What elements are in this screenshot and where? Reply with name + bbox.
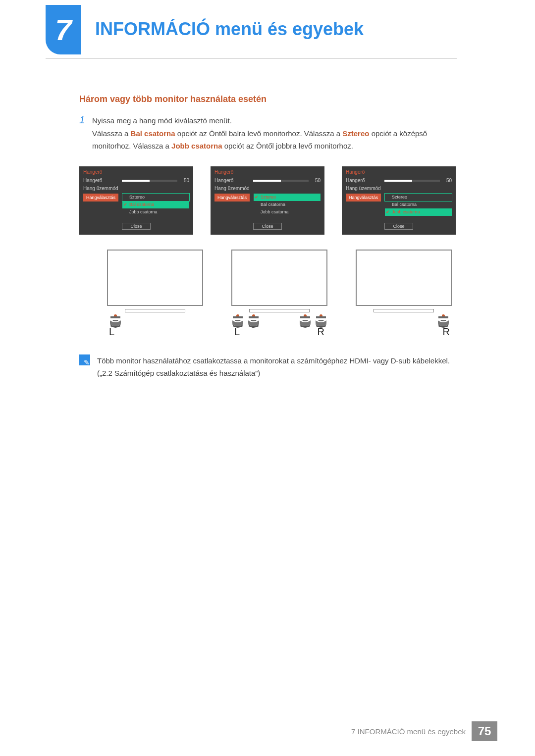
t: Válassza a: [92, 129, 131, 138]
osd-volume-value: 50: [443, 178, 452, 183]
osd-mode-label: Hang üzemmód: [346, 186, 384, 191]
osd-volume-value: 50: [180, 178, 189, 183]
osd-volume-fill: [253, 180, 281, 182]
osd-select-row: Hangválasztás Sztereo Bal csatorna Jobb …: [83, 194, 189, 216]
osd-volume-label: Hangerő: [214, 178, 253, 183]
osd-select-row: Hangválasztás Sztereo Bal csatorna Jobb …: [346, 194, 452, 216]
osd-volume-bar[interactable]: [122, 180, 177, 182]
page-number: 75: [472, 721, 497, 741]
monitor-left: [107, 250, 203, 326]
osd-close-button[interactable]: Close: [122, 223, 150, 230]
monitor-right: [356, 250, 452, 326]
em-bal: Bal csatorna: [131, 129, 175, 138]
osd-volume-bar[interactable]: [384, 180, 440, 182]
osd-volume-fill: [122, 180, 150, 182]
speaker-icon: [316, 314, 326, 326]
monitor-screen: [107, 250, 203, 306]
note: Több monitor használatához csatlakoztass…: [79, 354, 456, 380]
osd-option-sztereo[interactable]: Sztereo: [122, 194, 189, 201]
osd-option-jobb[interactable]: Jobb csatorna: [385, 208, 452, 216]
osd-volume-fill: [384, 180, 412, 182]
osd-panel-right: Hangerő Hangerő 50 Hang üzemmód Hangvála…: [342, 166, 456, 235]
speaker-icon: [110, 314, 121, 326]
osd-select-row: Hangválasztás Sztereo Bal csatorna Jobb …: [214, 194, 321, 216]
osd-title: Hangerő: [214, 169, 321, 175]
osd-volume-row: Hangerő 50: [346, 177, 452, 185]
step-text: Nyissa meg a hang mód kiválasztó menüt. …: [92, 114, 456, 152]
page-title: INFORMÁCIÓ menü és egyebek: [95, 19, 364, 40]
header-rule: [46, 58, 457, 59]
osd-volume-value: 50: [312, 178, 321, 183]
osd-mode-row: Hang üzemmód: [214, 185, 321, 193]
osd-volume-label: Hangerő: [83, 178, 122, 183]
speaker-group-right: [438, 314, 449, 326]
osd-option-bal[interactable]: Bal csatorna: [254, 201, 321, 208]
osd-close-row: Close: [346, 223, 452, 230]
monitor-screen: [356, 250, 452, 306]
speaker-icon: [232, 314, 243, 326]
osd-option-sztereo[interactable]: Sztereo: [254, 194, 321, 201]
step-number: 1: [79, 114, 92, 152]
osd-panel-center: Hangerő Hangerő 50 Hang üzemmód Hangvála…: [211, 166, 324, 235]
chapter-number: 7: [55, 13, 71, 47]
osd-select-badge: Hangválasztás: [214, 194, 250, 202]
monitor-center: [231, 250, 327, 326]
osd-close-button[interactable]: Close: [384, 223, 413, 230]
osd-close-button[interactable]: Close: [253, 223, 281, 230]
osd-row: Hangerő Hangerő 50 Hang üzemmód Hangvála…: [79, 166, 456, 235]
osd-title: Hangerő: [346, 169, 452, 175]
osd-volume-row: Hangerő 50: [83, 177, 189, 185]
label-r: R: [318, 326, 324, 338]
speaker-icon: [438, 314, 449, 326]
osd-volume-bar[interactable]: [253, 180, 309, 182]
monitor-row: [79, 250, 456, 326]
monitor-labels: L LR R: [79, 325, 456, 338]
osd-select-badge: Hangválasztás: [83, 194, 118, 202]
osd-option-jobb[interactable]: Jobb csatorna: [122, 208, 189, 216]
speaker-icon: [300, 314, 311, 326]
osd-select-badge: Hangválasztás: [346, 194, 381, 202]
osd-volume-row: Hangerő 50: [214, 177, 321, 185]
page: 7 INFORMÁCIÓ menü és egyebek Három vagy …: [0, 0, 535, 756]
content: Három vagy több monitor használata eseté…: [79, 94, 456, 380]
footer: 7 INFORMÁCIÓ menü és egyebek 75: [0, 721, 535, 741]
em-jobb: Jobb csatorna: [171, 142, 222, 150]
step-line1: Nyissa meg a hang mód kiválasztó menüt.: [92, 116, 232, 125]
osd-option-bal[interactable]: Bal csatorna: [385, 201, 452, 208]
chapter-badge: 7: [46, 5, 81, 54]
osd-volume-label: Hangerő: [346, 178, 384, 183]
label-l: L: [109, 326, 114, 338]
osd-options: Sztereo Bal csatorna Jobb csatorna: [122, 194, 189, 216]
osd-mode-label: Hang üzemmód: [214, 186, 253, 191]
label-l: L: [234, 326, 240, 338]
step-1: 1 Nyissa meg a hang mód kiválasztó menüt…: [79, 114, 456, 152]
osd-close-row: Close: [83, 223, 189, 230]
osd-mode-row: Hang üzemmód: [346, 185, 452, 193]
speaker-group-left: [110, 314, 121, 326]
monitor-screen: [231, 250, 327, 306]
t: opciót az Öntől balra levő monitorhoz. V…: [175, 129, 343, 138]
osd-options: Sztereo Bal csatorna Jobb csatorna: [385, 194, 452, 216]
osd-title: Hangerő: [83, 169, 189, 175]
monitor-stand: [125, 309, 185, 312]
osd-close-row: Close: [214, 223, 321, 230]
em-sztereo: Sztereo: [342, 129, 369, 138]
osd-options: Sztereo Bal csatorna Jobb csatorna: [254, 194, 321, 216]
note-text: Több monitor használatához csatlakoztass…: [97, 354, 456, 380]
osd-option-jobb[interactable]: Jobb csatorna: [254, 208, 321, 216]
monitor-stand: [374, 309, 434, 312]
osd-mode-row: Hang üzemmód: [83, 185, 189, 193]
osd-option-sztereo[interactable]: Sztereo: [385, 194, 452, 201]
osd-panel-left: Hangerő Hangerő 50 Hang üzemmód Hangvála…: [79, 166, 193, 235]
footer-text: 7 INFORMÁCIÓ menü és egyebek: [351, 727, 466, 736]
speaker-icon: [248, 314, 259, 326]
t: opciót az Öntől jobbra levő monitorhoz.: [222, 142, 353, 150]
section-title: Három vagy több monitor használata eseté…: [79, 94, 456, 104]
osd-mode-label: Hang üzemmód: [83, 186, 122, 191]
note-icon: [79, 354, 90, 365]
label-r: R: [443, 326, 450, 338]
monitor-stand: [249, 309, 310, 312]
osd-option-bal[interactable]: Bal csatorna: [122, 201, 189, 208]
speaker-group-center: [231, 314, 327, 326]
